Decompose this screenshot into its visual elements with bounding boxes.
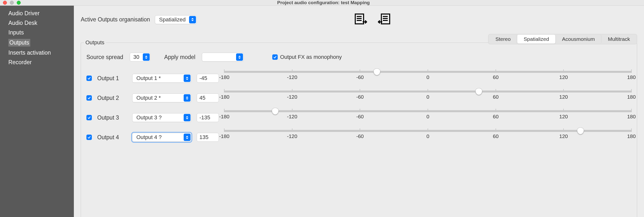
tick-label: 120 [559,74,568,80]
select-stepper-icon [236,53,243,61]
select-stepper-icon [184,75,190,82]
tab-acousmonium[interactable]: Acousmonium [556,35,602,43]
output-rows: Output 1Output 1 *-45-180-120-6006012018… [84,74,634,142]
select-stepper-icon [184,114,190,121]
tick-label: -180 [219,74,230,80]
tick-label: 180 [627,133,636,139]
output-angle-input[interactable]: -135 [197,113,219,122]
output-row: Output 3Output 3 ?-135-180-120-600601201… [86,113,632,122]
output-name-label: Output 1 [97,75,127,82]
output-enable-checkbox[interactable] [86,135,92,140]
output-angle-input[interactable]: -45 [197,74,219,83]
tick-label: -120 [287,133,298,139]
import-button[interactable] [377,13,391,26]
tick-label: 180 [627,94,636,100]
sidebar-item-inserts-activation[interactable]: Inserts activation [0,48,74,58]
check-icon [88,96,91,100]
window-title: Project audio configuration: test Mappin… [6,0,641,5]
tick-label: -60 [356,94,364,100]
slider-thumb[interactable] [374,68,380,75]
slider-thumb[interactable] [475,88,482,95]
tick-label: 60 [493,114,498,120]
tick-label: 0 [426,133,429,139]
tick-label: -120 [287,94,298,100]
tick-label: 0 [426,74,429,80]
output-angle-input[interactable]: 45 [197,93,219,102]
select-stepper-icon [184,94,190,102]
output-enable-checkbox[interactable] [86,115,92,120]
sidebar-item-inputs[interactable]: Inputs [0,28,74,37]
outputs-legend: Outputs [84,39,106,46]
tick-label: -120 [287,74,298,80]
output-angle-slider[interactable]: -180-120-60060120180 [224,110,632,120]
tabs-segmented: StereoSpatializedAcousmoniumMultitrack [488,34,637,44]
source-spread-input[interactable]: 30 [130,53,150,61]
tick-label: -60 [356,133,364,139]
output-channel-value: Output 2 * [136,95,161,101]
slider-thumb[interactable] [272,108,279,115]
sidebar-item-recorder[interactable]: Recorder [0,58,74,67]
io-icon-buttons [354,13,391,26]
sidebar-item-label: Audio Desk [8,20,38,26]
slider-ticks: -180-120-60060120180 [224,94,632,100]
slider-ticks: -180-120-60060120180 [224,114,632,120]
tick-label: 120 [559,114,568,120]
sidebar-item-label: Inputs [8,29,24,36]
output-enable-checkbox[interactable] [86,95,92,101]
monophony-checkbox-row[interactable]: Output FX as monophony [272,54,342,60]
stepper-icon [143,53,150,61]
check-icon [88,136,91,139]
monophony-checkbox[interactable] [272,54,278,60]
window: Project audio configuration: test Mappin… [0,0,644,217]
sidebar-item-audio-desk[interactable]: Audio Desk [0,18,74,28]
sidebar: Audio DriverAudio DeskInputsOutputsInser… [0,6,74,217]
slider-track [224,110,632,112]
output-channel-select[interactable]: Output 4 ? [132,133,191,142]
export-button[interactable] [354,13,368,26]
output-row: Output 1Output 1 *-45-180-120-6006012018… [86,74,632,83]
slider-ticks: -180-120-60060120180 [224,134,632,139]
apply-model-label: Apply model [164,54,196,60]
active-outputs-select[interactable]: Spatialized [155,15,197,24]
output-angle-slider[interactable]: -180-120-60060120180 [224,71,632,80]
slider-track [224,130,632,132]
tab-multitrack[interactable]: Multitrack [602,35,636,43]
output-channel-value: Output 1 * [136,75,161,81]
output-angle-input[interactable]: 135 [197,133,219,142]
output-name-label: Output 3 [97,114,127,121]
window-body: Audio DriverAudio DeskInputsOutputsInser… [0,6,644,217]
slider-track [224,91,632,92]
output-angle-slider[interactable]: -180-120-60060120180 [224,91,632,100]
sidebar-item-label: Inserts activation [8,49,51,56]
tick-label: 120 [559,133,568,139]
outputs-fieldset: Outputs Source spread 30 Apply model [81,39,637,217]
tick-label: -60 [356,74,364,80]
source-spread-label: Source spread [86,54,123,60]
titlebar: Project audio configuration: test Mappin… [0,0,644,6]
tick-label: 0 [426,114,429,120]
sidebar-item-outputs[interactable]: Outputs [0,37,74,48]
output-name-label: Output 4 [97,134,127,141]
check-icon [88,76,91,80]
check-icon [88,116,91,119]
sidebar-item-label: Recorder [8,59,32,65]
apply-model-select[interactable] [202,53,244,61]
tick-label: -180 [219,133,230,139]
output-channel-select[interactable]: Output 3 ? [132,113,191,122]
tick-label: 180 [627,74,636,80]
sidebar-item-audio-driver[interactable]: Audio Driver [0,8,74,18]
output-enable-checkbox[interactable] [86,75,92,81]
controls-row: Source spread 30 Apply model [84,51,634,74]
output-channel-value: Output 4 ? [136,134,162,141]
tab-stereo[interactable]: Stereo [489,35,517,43]
tick-label: 60 [493,94,498,100]
slider-thumb[interactable] [577,127,584,134]
tick-label: -180 [219,94,230,100]
output-channel-select[interactable]: Output 1 * [132,74,191,83]
output-row: Output 4Output 4 ?135-180-120-6006012018… [86,133,632,142]
output-row: Output 2Output 2 *45-180-120-60060120180 [86,93,632,102]
output-channel-select[interactable]: Output 2 * [132,93,191,102]
output-name-label: Output 2 [97,95,127,101]
output-angle-slider[interactable]: -180-120-60060120180 [224,130,632,139]
tab-spatialized[interactable]: Spatialized [517,35,556,43]
